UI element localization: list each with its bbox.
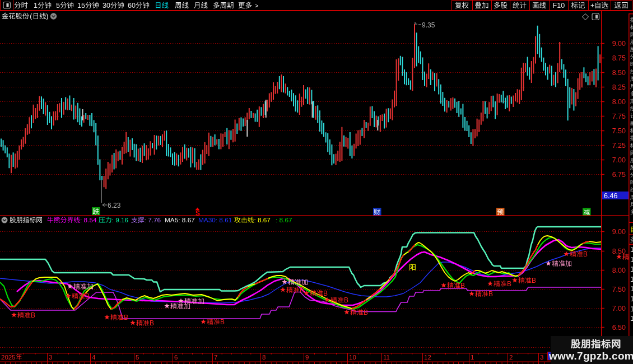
svg-text:: 8.67: : 8.67 — [254, 216, 271, 224]
svg-text:6: 6 — [174, 354, 178, 361]
svg-text:: 7.76: : 7.76 — [145, 216, 161, 224]
svg-text:1: 1 — [630, 305, 633, 313]
svg-text:5: 5 — [56, 2, 60, 10]
svg-text:www.7gpzb.com: www.7gpzb.com — [548, 350, 633, 362]
svg-text:2025: 2025 — [1, 354, 16, 361]
svg-text:15: 15 — [77, 2, 85, 10]
svg-text:B: B — [323, 290, 328, 297]
svg-text:B: B — [507, 280, 511, 288]
svg-text:60: 60 — [128, 2, 136, 10]
svg-text:9.00: 9.00 — [612, 40, 626, 48]
svg-text:+: + — [590, 2, 594, 10]
svg-text:: 8.67: : 8.67 — [276, 216, 292, 224]
svg-text:B: B — [31, 311, 35, 319]
svg-text:B: B — [488, 290, 493, 298]
svg-text:B: B — [583, 250, 588, 258]
svg-text:: 8.54: : 8.54 — [80, 216, 97, 224]
svg-text:1: 1 — [630, 276, 633, 283]
svg-text:2: 2 — [509, 354, 513, 361]
svg-text:6.75: 6.75 — [612, 171, 626, 179]
svg-text:6.46: 6.46 — [604, 192, 617, 200]
svg-text:5: 5 — [136, 354, 139, 361]
svg-text:9.35: 9.35 — [422, 21, 435, 29]
svg-text:>: > — [255, 2, 258, 9]
svg-text:10: 10 — [349, 354, 356, 361]
svg-text:9: 9 — [305, 354, 309, 361]
svg-text:3: 3 — [540, 354, 543, 361]
svg-text:1: 1 — [630, 256, 633, 264]
svg-text:12: 12 — [424, 354, 431, 361]
svg-text:1: 1 — [630, 315, 633, 323]
svg-text:30: 30 — [103, 2, 110, 10]
svg-text:9.00: 9.00 — [612, 228, 626, 236]
svg-text:8.00: 8.00 — [612, 267, 626, 274]
svg-text:7.00: 7.00 — [612, 305, 626, 312]
svg-text:1: 1 — [630, 285, 633, 293]
svg-text:8: 8 — [262, 354, 266, 361]
svg-text:B: B — [220, 318, 225, 326]
svg-text:7.00: 7.00 — [612, 156, 626, 164]
svg-text:: 9.16: : 9.16 — [112, 216, 129, 224]
svg-text:8.50: 8.50 — [612, 69, 626, 77]
svg-text:B: B — [460, 282, 465, 290]
svg-text:8.00: 8.00 — [612, 98, 626, 106]
svg-text:7.50: 7.50 — [612, 286, 626, 293]
svg-text:B: B — [364, 309, 368, 316]
svg-text:B: B — [85, 292, 90, 300]
svg-text:7.75: 7.75 — [612, 113, 626, 120]
svg-text:F10: F10 — [553, 2, 565, 10]
svg-text:1: 1 — [471, 354, 474, 361]
svg-text:8.75: 8.75 — [612, 54, 626, 62]
svg-text:7.50: 7.50 — [612, 127, 626, 135]
svg-text:1: 1 — [630, 246, 633, 254]
svg-text:6.23: 6.23 — [108, 202, 121, 209]
svg-text:8.25: 8.25 — [612, 83, 626, 91]
svg-text:8.50: 8.50 — [612, 248, 626, 255]
svg-text:7.25: 7.25 — [612, 142, 626, 150]
svg-text:4: 4 — [92, 354, 96, 361]
svg-text:11: 11 — [383, 354, 390, 361]
svg-text:B: B — [150, 319, 154, 327]
svg-text:1: 1 — [630, 295, 633, 303]
svg-text:1: 1 — [630, 265, 633, 273]
svg-text:): ) — [46, 12, 48, 20]
svg-text:MA5: 8.67: MA5: 8.67 — [165, 216, 195, 224]
svg-text:1: 1 — [34, 2, 38, 10]
svg-text:MA30: 8.61: MA30: 8.61 — [198, 216, 232, 224]
svg-text:3: 3 — [49, 354, 52, 361]
svg-text:B: B — [124, 314, 128, 321]
svg-text:B: B — [300, 286, 304, 294]
svg-text:B: B — [344, 296, 348, 304]
svg-text:6.50: 6.50 — [612, 324, 626, 332]
svg-text:7: 7 — [214, 354, 217, 361]
svg-text:B: B — [532, 277, 536, 284]
